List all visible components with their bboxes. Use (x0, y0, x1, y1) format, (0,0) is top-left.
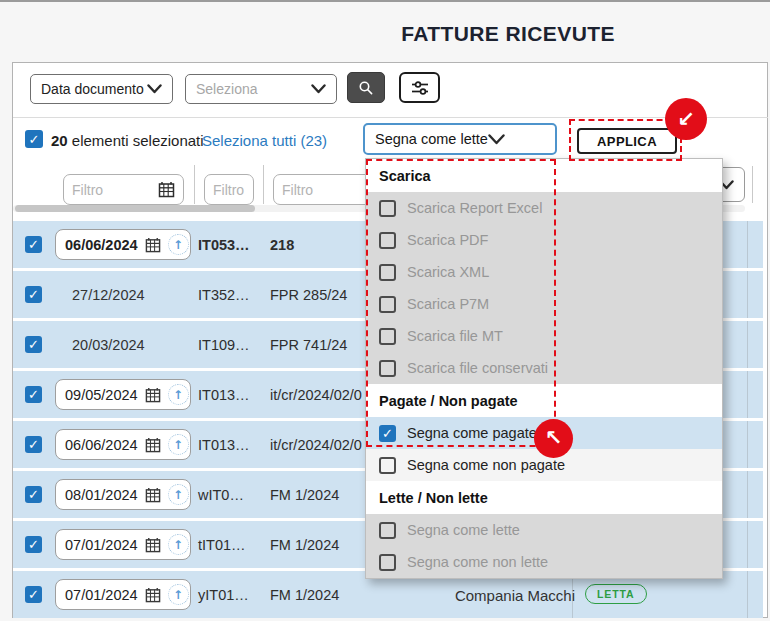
column-divider (747, 271, 748, 318)
calendar-icon[interactable] (158, 181, 175, 198)
menu-item[interactable]: ✓ Scarica file MT (366, 320, 722, 352)
column-divider (263, 165, 264, 204)
status-badge: LETTA (585, 584, 647, 604)
selected-count: 20 (51, 132, 68, 149)
document-ref: FPR 741/24 (270, 337, 347, 353)
menu-item-label: Segna come non pagate (407, 457, 565, 473)
document-ref: FM 1/2024 (270, 587, 339, 603)
menu-item-checkbox[interactable]: ✓ (379, 296, 396, 313)
document-id: IT109… (198, 337, 250, 353)
magnifier-icon (358, 80, 374, 96)
column-divider (747, 371, 748, 418)
menu-item-label: Scarica Report Excel (407, 200, 542, 216)
date-value: 20/03/2024 (72, 337, 145, 353)
date-edit-field[interactable]: 09/05/2024 ↑ (55, 379, 191, 410)
row-checkbox[interactable]: ✓ (25, 586, 42, 603)
menu-item-checkbox[interactable]: ✓ (379, 554, 396, 571)
upload-date-button[interactable]: ↑ (168, 434, 189, 455)
document-ref: 218 (270, 237, 294, 253)
date-value: 08/01/2024 (65, 487, 138, 503)
upload-date-button[interactable]: ↑ (168, 534, 189, 555)
menu-item[interactable]: ✓ Scarica Report Excel (366, 192, 722, 224)
column-divider (747, 571, 748, 618)
menu-item-label: Scarica file MT (407, 328, 503, 344)
date-filter-input[interactable]: Filtro (63, 174, 184, 205)
horizontal-scrollbar-thumb[interactable] (15, 205, 255, 212)
filter-placeholder: Filtro (213, 182, 245, 198)
apply-button[interactable]: APPLICA (577, 128, 677, 154)
menu-section-header: Lette / Non lette (366, 481, 722, 514)
column-divider (747, 221, 748, 268)
menu-item-checkbox[interactable]: ✓ (379, 328, 396, 345)
date-value: 06/06/2024 (65, 237, 138, 253)
arrow-up-icon: ↑ (173, 589, 183, 601)
document-id: yIT01… (198, 587, 249, 603)
apply-annotation-badge: ↙ (665, 98, 707, 140)
menu-item[interactable]: ✓ Scarica PDF (366, 224, 722, 256)
upload-date-button[interactable]: ↑ (168, 484, 189, 505)
advanced-filters-button[interactable] (399, 72, 440, 103)
selected-count-text: 20 elementi selezionati (51, 132, 204, 149)
document-id: IT352… (198, 287, 250, 303)
menu-item-checkbox[interactable]: ✓ (379, 425, 396, 442)
date-type-select-value: Data documento (41, 81, 147, 97)
column-divider (747, 321, 748, 368)
date-edit-field[interactable]: 07/01/2024 ↑ (55, 529, 191, 560)
seleziona-select[interactable]: Seleziona (185, 74, 337, 104)
arrow-up-icon: ↑ (173, 489, 183, 501)
date-type-select[interactable]: Data documento (30, 74, 173, 104)
document-id: IT013… (198, 387, 250, 403)
arrow-down-left-icon: ↙ (677, 109, 695, 130)
menu-item-checkbox[interactable]: ✓ (379, 522, 396, 539)
calendar-icon[interactable] (145, 537, 161, 553)
row-checkbox[interactable]: ✓ (25, 236, 42, 253)
date-edit-field[interactable]: 07/01/2024 ↑ (55, 579, 191, 610)
date-edit-field[interactable]: 08/01/2024 ↑ (55, 479, 191, 510)
menu-item-checkbox[interactable]: ✓ (379, 264, 396, 281)
row-checkbox[interactable]: ✓ (25, 336, 42, 353)
column-divider (747, 521, 748, 568)
calendar-icon[interactable] (145, 437, 161, 453)
date-value: 06/06/2024 (65, 437, 138, 453)
date-value: 09/05/2024 (65, 387, 138, 403)
menu-item-checkbox[interactable]: ✓ (379, 200, 396, 217)
seleziona-select-placeholder: Seleziona (196, 81, 311, 97)
arrow-up-icon: ↑ (173, 539, 183, 551)
row-checkbox[interactable]: ✓ (25, 286, 42, 303)
select-all-checkbox[interactable]: ✓ (25, 130, 43, 148)
menu-item-checkbox[interactable]: ✓ (379, 360, 396, 377)
menu-item[interactable]: ✓ Segna come non lette (366, 546, 722, 578)
menu-item[interactable]: ✓ Scarica P7M (366, 288, 722, 320)
upload-date-button[interactable]: ↑ (168, 234, 189, 255)
filter-input-2[interactable]: Filtro (204, 174, 254, 205)
row-checkbox[interactable]: ✓ (25, 536, 42, 553)
calendar-icon[interactable] (145, 387, 161, 403)
calendar-icon[interactable] (145, 237, 161, 253)
menu-item[interactable]: ✓ Scarica XML (366, 256, 722, 288)
check-icon: ✓ (28, 438, 39, 451)
search-button[interactable] (347, 72, 385, 103)
calendar-icon[interactable] (145, 487, 161, 503)
row-checkbox[interactable]: ✓ (25, 386, 42, 403)
chevron-down-icon (147, 84, 162, 94)
menu-item-checkbox[interactable]: ✓ (379, 457, 396, 474)
menu-annotation-badge: ↖ (534, 419, 573, 458)
menu-section-header: Scarica (366, 159, 722, 192)
menu-item-label: Scarica PDF (407, 232, 488, 248)
action-menu: Scarica ✓ Scarica Report Excel ✓ Scarica… (365, 158, 723, 579)
row-checkbox[interactable]: ✓ (25, 436, 42, 453)
upload-date-button[interactable]: ↑ (168, 584, 189, 605)
date-edit-field[interactable]: 06/06/2024 ↑ (55, 429, 191, 460)
select-all-link[interactable]: Seleziona tutti (23) (202, 132, 327, 149)
date-edit-field[interactable]: 06/06/2024 ↑ (55, 229, 191, 260)
menu-item-checkbox[interactable]: ✓ (379, 232, 396, 249)
menu-item[interactable]: ✓ Segna come lette (366, 514, 722, 546)
document-id: IT053… (198, 237, 250, 253)
bulk-action-select[interactable]: Segna come lette (363, 123, 557, 155)
check-icon: ✓ (28, 338, 39, 351)
upload-date-button[interactable]: ↑ (168, 384, 189, 405)
menu-item[interactable]: ✓ Scarica file conservati (366, 352, 722, 384)
date-value: 07/01/2024 (65, 587, 138, 603)
row-checkbox[interactable]: ✓ (25, 486, 42, 503)
calendar-icon[interactable] (145, 587, 161, 603)
